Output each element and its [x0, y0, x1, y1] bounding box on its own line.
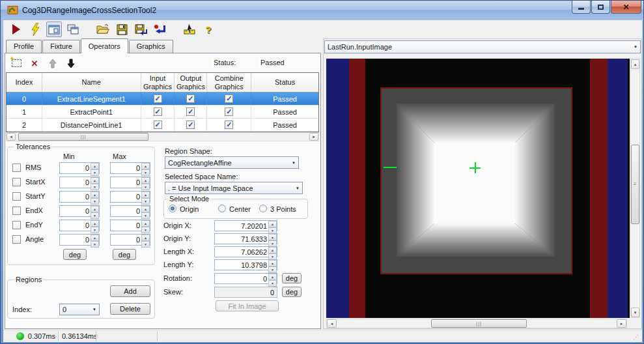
origin-radio-label[interactable]: Origin [180, 205, 199, 213]
endy-min-spinner[interactable]: 0 ▲▼ [59, 220, 100, 231]
spinner-value[interactable]: 0 [111, 220, 141, 231]
image-selector-combo[interactable]: LastRun.InputImage ▼ [324, 40, 641, 53]
delete-operator-button[interactable]: ✕ [28, 57, 41, 69]
table-row[interactable]: 0 ExtractLineSegment1 ✓ ✓ ✓ Passed [7, 93, 318, 106]
endy-max-spinner[interactable]: 0 ▲▼ [110, 220, 150, 231]
spin-down[interactable]: ▼ [91, 212, 99, 219]
col-header-combine-graphics[interactable]: Combine Graphics [207, 73, 251, 92]
spinner-value[interactable]: 0 [111, 206, 141, 216]
spin-down[interactable]: ▼ [141, 227, 150, 233]
starty-checkbox[interactable] [12, 192, 21, 201]
image-vscrollbar[interactable]: ▴ ≡ ▾ [630, 59, 640, 318]
spin-up[interactable]: ▲ [141, 220, 150, 227]
combine-graphics-checkbox[interactable]: ✓ [225, 121, 233, 129]
spin-down[interactable]: ▼ [141, 184, 150, 190]
spinner-value[interactable]: 0 [60, 235, 91, 245]
spinner-value[interactable]: 0 [215, 274, 268, 283]
maximize-button[interactable] [591, 1, 610, 14]
endx-max-spinner[interactable]: 0 ▲▼ [110, 205, 150, 217]
float-windows-button[interactable] [65, 22, 81, 37]
table-row[interactable]: 2 DistancePointLine1 ✓ ✓ ✓ Passed [7, 119, 318, 132]
three-points-radio-label[interactable]: 3 Points [270, 205, 296, 213]
spinner-value[interactable]: 0 [60, 177, 91, 188]
spin-down[interactable]: ▼ [91, 227, 99, 233]
max-deg-units-button[interactable]: deg [113, 249, 136, 260]
starty-max-spinner[interactable]: 0 ▲▼ [110, 191, 150, 203]
region-shape-combo[interactable]: CogRectangleAffine ▼ [165, 156, 299, 169]
resize-grip[interactable]: ⋰ [633, 334, 639, 340]
electric-run-button[interactable] [27, 22, 43, 37]
table-row[interactable]: 1 ExtractPoint1 ✓ ✓ ✓ Passed [7, 106, 318, 119]
startx-checkbox[interactable] [12, 178, 21, 186]
scroll-up-button[interactable]: ▴ [631, 59, 639, 69]
spin-up[interactable]: ▲ [91, 163, 99, 169]
spin-down[interactable]: ▼ [268, 280, 277, 287]
spin-up[interactable]: ▲ [91, 235, 99, 241]
show-image-display-button[interactable] [46, 22, 62, 37]
skew-deg-units-button[interactable]: deg [282, 287, 301, 297]
col-header-output-graphics[interactable]: Output Graphics [175, 73, 207, 92]
spinner-value[interactable]: 0 [111, 192, 141, 202]
spin-up[interactable]: ▲ [268, 234, 277, 240]
help-button[interactable]: ? [201, 22, 216, 37]
col-header-input-graphics[interactable]: Input Graphics [141, 73, 175, 92]
startx-min-spinner[interactable]: 0 ▲▼ [59, 177, 100, 188]
origin-x-spinner[interactable]: 7.20201 ▲▼ [214, 220, 277, 231]
spin-down[interactable]: ▼ [141, 198, 150, 205]
spinner-value[interactable]: 0 [60, 163, 91, 173]
startx-max-spinner[interactable]: 0 ▲▼ [110, 177, 150, 188]
spin-up[interactable]: ▲ [91, 192, 99, 198]
move-down-button[interactable] [64, 57, 77, 69]
input-graphics-checkbox[interactable]: ✓ [154, 121, 162, 129]
scroll-down-button[interactable]: ▾ [631, 308, 639, 317]
scroll-thumb[interactable]: ||| [18, 133, 148, 141]
scroll-thumb[interactable]: ||| [431, 319, 527, 328]
spinner-value[interactable]: 0 [111, 235, 141, 245]
center-radio-label[interactable]: Center [229, 205, 251, 213]
spin-up[interactable]: ▲ [268, 260, 277, 266]
title-bar[interactable]: Cog3DRangeImageCrossSectionTool2 ✕ [1, 1, 644, 20]
scroll-right-button[interactable]: ▸ [309, 133, 318, 141]
region-index-combo[interactable]: 0 ▼ [59, 304, 100, 315]
space-name-combo[interactable]: . = Use Input Image Space ▼ [165, 182, 303, 194]
add-operator-button[interactable]: ✦ [10, 57, 23, 69]
output-graphics-checkbox[interactable]: ✓ [186, 94, 195, 103]
rms-max-spinner[interactable]: 0 ▲▼ [110, 162, 150, 174]
spin-up[interactable]: ▲ [91, 177, 99, 184]
scroll-thumb[interactable]: ≡ [631, 145, 639, 224]
length-y-spinner[interactable]: 10.3798 ▲▼ [214, 259, 277, 270]
spin-up[interactable]: ▲ [141, 177, 150, 184]
spin-up[interactable]: ▲ [268, 221, 277, 227]
delete-region-button[interactable]: Delete [110, 303, 150, 315]
col-header-index[interactable]: Index [7, 73, 42, 92]
spin-up[interactable]: ▲ [268, 247, 277, 253]
spinner-value[interactable]: 0 [60, 206, 91, 216]
import-button[interactable] [152, 22, 167, 37]
col-header-status[interactable]: Status [251, 73, 318, 92]
spin-down[interactable]: ▼ [141, 169, 150, 176]
three-points-radio[interactable] [259, 205, 267, 212]
open-button[interactable] [95, 22, 111, 37]
range-image-canvas[interactable] [326, 59, 630, 318]
spinner-value[interactable]: 0 [60, 192, 91, 202]
spin-up[interactable]: ▲ [141, 235, 150, 241]
tab-fixture[interactable]: Fixture [42, 40, 80, 53]
rms-min-spinner[interactable]: 0 ▲▼ [59, 162, 100, 174]
starty-min-spinner[interactable]: 0 ▲▼ [59, 191, 100, 203]
spin-up[interactable]: ▲ [141, 192, 150, 198]
spinner-value[interactable]: 0 [60, 220, 91, 231]
origin-radio[interactable] [169, 205, 176, 212]
spinner-value[interactable]: 7.06262 [215, 247, 268, 257]
spin-up[interactable]: ▲ [91, 206, 99, 212]
spinner-value[interactable]: 10.3798 [215, 260, 268, 270]
origin-y-spinner[interactable]: 71.6333 ▲▼ [214, 233, 277, 244]
spin-down[interactable]: ▼ [91, 241, 99, 248]
spin-down[interactable]: ▼ [91, 184, 99, 190]
spin-down[interactable]: ▼ [91, 198, 99, 205]
scroll-right-button[interactable]: ▸ [617, 319, 626, 328]
spin-down[interactable]: ▼ [268, 266, 277, 273]
line-segment-result-graphic[interactable] [384, 167, 397, 168]
spinner-value[interactable]: 71.6333 [215, 234, 268, 244]
rms-checkbox[interactable] [12, 164, 21, 172]
scroll-left-button[interactable]: ◂ [327, 319, 337, 328]
